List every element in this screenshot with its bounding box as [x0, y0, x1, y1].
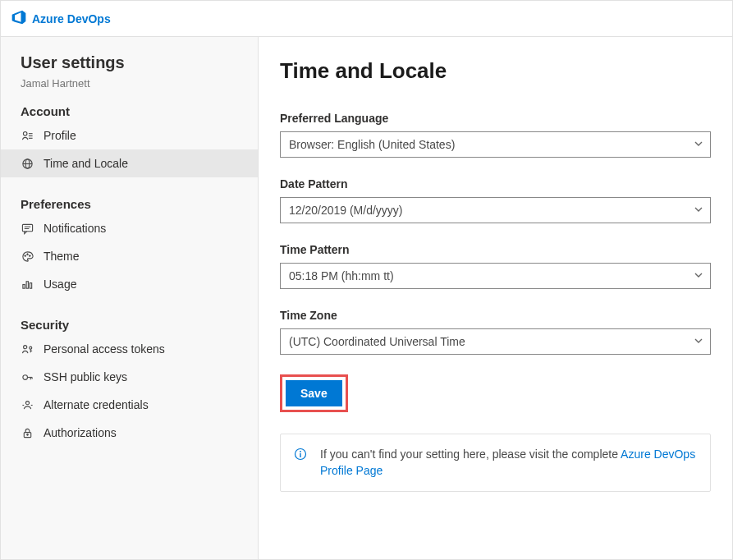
sidebar-item-usage[interactable]: Usage	[1, 270, 258, 298]
date-pattern-select[interactable]: 12/20/2019 (M/d/yyyy)	[280, 197, 711, 223]
date-pattern-label: Date Pattern	[280, 177, 711, 190]
time-zone-select[interactable]: (UTC) Coordinated Universal Time	[280, 328, 711, 355]
svg-point-11	[26, 253, 28, 255]
sidebar-item-time-locale[interactable]: Time and Locale	[1, 149, 258, 177]
svg-rect-7	[22, 224, 32, 231]
time-zone-label: Time Zone	[280, 309, 711, 322]
sidebar-item-theme[interactable]: Theme	[1, 242, 258, 270]
credentials-icon	[21, 398, 34, 411]
profile-icon	[21, 129, 34, 142]
sidebar-title: User settings	[21, 53, 258, 72]
svg-point-10	[24, 255, 25, 256]
time-pattern-label: Time Pattern	[280, 243, 711, 256]
comment-icon	[21, 222, 34, 235]
page-title: Time and Locale	[280, 58, 711, 84]
chevron-down-icon	[694, 138, 703, 151]
section-security: Security	[21, 318, 258, 332]
sidebar-item-label: Profile	[44, 129, 76, 142]
time-zone-value: (UTC) Coordinated Universal Time	[289, 335, 465, 348]
language-value: Browser: English (United States)	[289, 138, 455, 151]
save-highlight: Save	[280, 374, 348, 412]
sidebar-item-label: SSH public keys	[44, 370, 127, 383]
time-pattern-select[interactable]: 05:18 PM (hh:mm tt)	[280, 263, 711, 289]
section-preferences: Preferences	[21, 197, 258, 211]
person-key-icon	[21, 342, 34, 356]
sidebar-item-alternate-credentials[interactable]: Alternate credentials	[1, 391, 258, 419]
svg-point-20	[22, 374, 27, 379]
sidebar-item-label: Personal access tokens	[44, 342, 165, 356]
sidebar-item-ssh[interactable]: SSH public keys	[1, 363, 258, 391]
language-select[interactable]: Browser: English (United States)	[280, 131, 711, 158]
date-pattern-value: 12/20/2019 (M/d/yyyy)	[289, 204, 403, 217]
chevron-down-icon	[694, 269, 703, 282]
sidebar-item-label: Time and Locale	[44, 157, 128, 170]
chevron-down-icon	[694, 204, 703, 217]
time-pattern-value: 05:18 PM (hh:mm tt)	[289, 269, 394, 282]
palette-icon	[21, 250, 34, 263]
topbar: Azure DevOps	[1, 1, 732, 37]
info-callout: If you can't find your setting here, ple…	[280, 434, 711, 492]
svg-point-28	[26, 434, 28, 435]
section-account: Account	[21, 104, 258, 118]
sidebar-item-authorizations[interactable]: Authorizations	[1, 419, 258, 447]
sidebar-item-label: Theme	[44, 250, 80, 263]
bar-chart-icon	[21, 278, 34, 291]
svg-point-0	[23, 131, 27, 135]
language-label: Preferred Language	[280, 112, 711, 125]
info-text: If you can't find your setting here, ple…	[320, 446, 697, 480]
azure-devops-icon	[11, 9, 27, 28]
svg-point-30	[300, 451, 301, 452]
svg-point-16	[23, 345, 26, 348]
info-icon	[294, 448, 309, 463]
sidebar-item-profile[interactable]: Profile	[1, 122, 258, 149]
save-button[interactable]: Save	[286, 380, 342, 406]
sidebar-item-label: Alternate credentials	[44, 398, 149, 411]
sidebar-item-notifications[interactable]: Notifications	[1, 214, 258, 242]
svg-point-17	[29, 347, 31, 349]
globe-icon	[21, 157, 34, 170]
lock-icon	[21, 426, 34, 439]
main-content: Time and Locale Preferred Language Brows…	[259, 37, 732, 559]
svg-point-24	[25, 401, 29, 404]
sidebar-item-label: Notifications	[44, 222, 106, 235]
sidebar-user: Jamal Hartnett	[21, 77, 258, 90]
sidebar: User settings Jamal Hartnett Account Pro…	[1, 37, 259, 559]
svg-rect-15	[30, 282, 31, 288]
key-icon	[21, 370, 34, 383]
sidebar-item-pat[interactable]: Personal access tokens	[1, 335, 258, 363]
brand-link[interactable]: Azure DevOps	[11, 9, 111, 28]
svg-point-12	[29, 255, 30, 256]
chevron-down-icon	[694, 335, 703, 348]
sidebar-item-label: Usage	[44, 278, 76, 291]
info-prefix: If you can't find your setting here, ple…	[320, 448, 621, 461]
brand-name: Azure DevOps	[32, 12, 111, 25]
svg-rect-13	[22, 284, 24, 288]
svg-rect-14	[26, 281, 28, 287]
sidebar-item-label: Authorizations	[44, 426, 117, 439]
